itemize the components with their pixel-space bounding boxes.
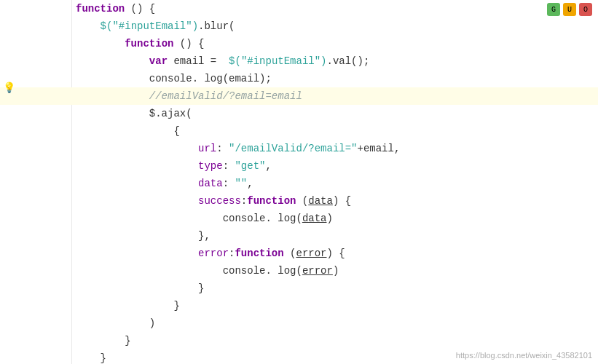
code-line-11: data: "", xyxy=(0,175,598,192)
editor-container: G U O function () { $("#inputEmail").blu… xyxy=(0,0,598,364)
lightbulb-icon[interactable]: 💡 xyxy=(3,82,15,93)
line-content-10: type: "get", xyxy=(73,157,598,175)
code-line-7: $.ajax( xyxy=(0,105,598,122)
line-content-12: success:function (data) { xyxy=(73,192,598,210)
code-line-16: console. log(error) xyxy=(0,262,598,280)
watermark: https://blog.csdn.net/weixin_43582101 xyxy=(456,351,592,360)
code-line-20: } xyxy=(0,332,598,349)
line-content-8: { xyxy=(73,122,598,140)
line-content-13: console. log(data) xyxy=(73,210,598,227)
code-line-12: success:function (data) { xyxy=(0,192,598,210)
code-line-8: { xyxy=(0,122,598,140)
code-line-13: console. log(data) xyxy=(0,210,598,227)
code-line-4: var email = $("#inputEmail").val(); xyxy=(0,52,598,70)
line-content-20: } xyxy=(73,332,598,349)
line-content-7: $.ajax( xyxy=(73,105,598,122)
code-line-6: 💡 //emailValid/?email=email xyxy=(0,87,598,105)
code-line-9: url: "/emailValid/?email="+email, xyxy=(0,140,598,157)
code-line-5: console. log(email); xyxy=(0,70,598,87)
code-line-15: error:function (error) { xyxy=(0,245,598,262)
line-content-1: function () { xyxy=(73,0,598,17)
code-line-17: } xyxy=(0,280,598,297)
line-content-3: function () { xyxy=(73,35,598,52)
line-content-9: url: "/emailValid/?email="+email, xyxy=(73,140,598,157)
line-content-6: //emailValid/?email=email xyxy=(73,87,598,105)
red-button[interactable]: O xyxy=(579,3,592,16)
code-line-18: } xyxy=(0,297,598,314)
code-line-1: function () { xyxy=(0,0,598,17)
code-line-14: }, xyxy=(0,227,598,245)
line-content-5: console. log(email); xyxy=(73,70,598,87)
code-line-10: type: "get", xyxy=(0,157,598,175)
green-button[interactable]: G xyxy=(547,3,560,16)
top-bar: G U O xyxy=(547,3,592,16)
line-content-18: } xyxy=(73,297,598,314)
line-content-17: } xyxy=(73,280,598,297)
code-line-19: ) xyxy=(0,314,598,332)
line-content-11: data: "", xyxy=(73,175,598,192)
orange-button[interactable]: U xyxy=(563,3,576,16)
line-content-19: ) xyxy=(73,314,598,332)
line-content-16: console. log(error) xyxy=(73,262,598,280)
line-content-15: error:function (error) { xyxy=(73,245,598,262)
code-line-2: $("#inputEmail").blur( xyxy=(0,17,598,35)
line-content-14: }, xyxy=(73,227,598,245)
code-line-3: function () { xyxy=(0,35,598,52)
line-content-2: $("#inputEmail").blur( xyxy=(73,17,598,35)
code-area: function () { $("#inputEmail").blur( fun… xyxy=(0,0,598,364)
line-content-4: var email = $("#inputEmail").val(); xyxy=(73,52,598,70)
